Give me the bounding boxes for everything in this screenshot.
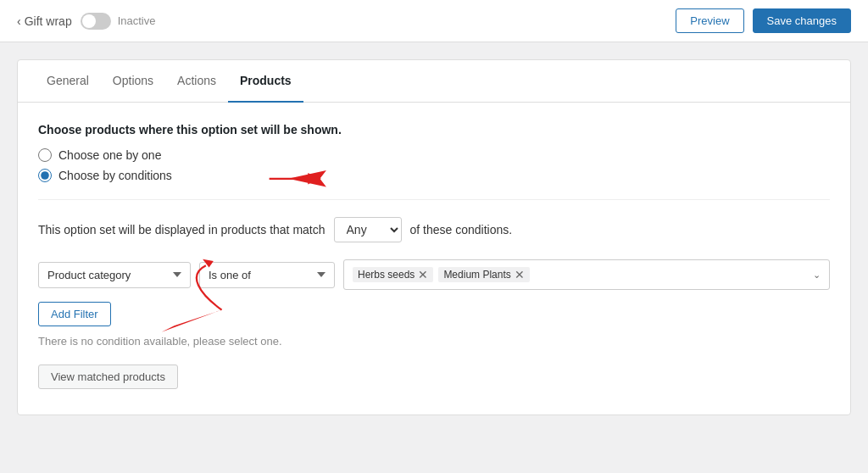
divider [38, 199, 830, 200]
toggle-knob [82, 14, 96, 28]
card: General Options Actions Products Choose … [17, 59, 851, 415]
back-arrow-icon: ‹ [17, 14, 21, 28]
header-left: ‹ Gift wrap Inactive [17, 13, 156, 30]
view-matched-products-button[interactable]: View matched products [38, 364, 178, 389]
radio-item-by-conditions[interactable]: Choose by conditions [38, 169, 830, 182]
tag-medium-plants-label: Medium Plants [443, 269, 510, 281]
tag-medium-plants: Medium Plants ✕ [438, 267, 529, 282]
tab-general[interactable]: General [35, 60, 101, 103]
tag-herbs-seeds: Herbs seeds ✕ [353, 267, 433, 282]
match-row: This option set will be displayed in pro… [38, 217, 830, 242]
section-title: Choose products where this option set wi… [38, 123, 830, 136]
radio-group: Choose one by one Choose by conditions [38, 148, 830, 182]
tab-body-products: Choose products where this option set wi… [18, 103, 850, 415]
tab-products[interactable]: Products [228, 60, 303, 103]
header-bar: ‹ Gift wrap Inactive Preview Save change… [0, 0, 868, 42]
radio-by-conditions[interactable] [38, 169, 52, 182]
header-right: Preview Save changes [676, 8, 851, 33]
radio-item-one-by-one[interactable]: Choose one by one [38, 148, 830, 162]
toggle-wrap: Inactive [81, 13, 156, 30]
add-filter-wrap: Add Filter [38, 302, 830, 326]
tag-herbs-seeds-remove[interactable]: ✕ [418, 269, 428, 281]
add-filter-button[interactable]: Add Filter [38, 302, 111, 326]
filter-category-select[interactable]: Product category Product tag Product typ… [38, 262, 191, 288]
no-condition-text: There is no condition available, please … [38, 335, 830, 348]
preview-button[interactable]: Preview [676, 8, 743, 33]
tags-chevron-icon: ⌄ [813, 270, 821, 281]
tag-herbs-seeds-label: Herbs seeds [358, 269, 415, 281]
match-any-select[interactable]: Any All [334, 217, 402, 242]
tag-medium-plants-remove[interactable]: ✕ [515, 269, 525, 281]
tags-input[interactable]: Herbs seeds ✕ Medium Plants ✕ ⌄ [343, 259, 830, 290]
back-link[interactable]: ‹ Gift wrap [17, 14, 72, 28]
active-toggle[interactable] [81, 13, 111, 30]
tab-options[interactable]: Options [101, 60, 165, 103]
match-text-before: This option set will be displayed in pro… [38, 223, 326, 236]
filter-condition-select[interactable]: Is one of Is not one of [199, 262, 335, 288]
status-text: Inactive [118, 14, 156, 27]
match-text-after: of these conditions. [410, 223, 513, 236]
tabs-nav: General Options Actions Products [18, 60, 850, 103]
tab-body-inner: Choose products where this option set wi… [38, 123, 830, 389]
tab-actions[interactable]: Actions [165, 60, 228, 103]
main-content: General Options Actions Products Choose … [0, 42, 868, 432]
radio-one-by-one[interactable] [38, 148, 52, 162]
page-title: Gift wrap [25, 14, 72, 28]
save-changes-button[interactable]: Save changes [753, 8, 851, 33]
filter-row: Product category Product tag Product typ… [38, 259, 830, 290]
